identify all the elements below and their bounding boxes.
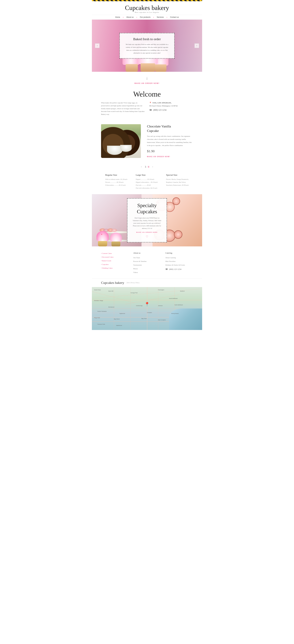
address-line: 901 East E Street, Wilmington, CA 90744 [149,105,178,107]
contact-phone: ☎ (800) 123 1234 [149,109,193,111]
size-large-details: Dipped...................$3.10/each Dipp… [136,178,157,190]
map-label: Torrance Park [97,324,105,325]
custom-cakes-link[interactable]: Custom Cakes [101,252,112,254]
map-label: Brentwood [108,306,114,308]
welcome-title: Welcome [101,90,193,98]
site-title: Cupcakes bakery [92,4,202,11]
sizes-section: Regular Size With or without rosette...$… [92,172,202,194]
product-price: $1.90 [147,149,193,153]
size-large: Large Size Dipped...................$3.1… [136,174,157,190]
welcome-section: Welcome What makes the perfect cupcake? … [92,87,202,124]
cta-section: ↓ MAKE AN ORDER NOW! [92,72,202,87]
nav-contact[interactable]: Contact us [167,16,181,18]
map-water [169,308,202,330]
footer-phone-icon: ☎ [165,268,168,270]
photos-link[interactable]: Photos [133,268,138,270]
nav-products[interactable]: Our products [137,16,153,18]
size-regular-details: With or without rosette...$1.20/each Fla… [105,178,127,186]
map-label: Moody Beach [171,313,179,314]
footer-videos: Videos [133,271,161,274]
process-timeline-link[interactable]: Process & Timeline [133,260,147,262]
cta-button[interactable]: MAKE AN ORDER NOW! [135,82,159,84]
product-showcase: Chocolate VanillaCupcake You can't go wr… [92,124,202,162]
footer-catering-title: Catering [165,252,193,254]
map-label: Canoga Park [131,292,138,294]
map-label: Playa Park [94,317,100,318]
map-label: North Bellfower [174,304,183,306]
map-label: North Bellflower [169,298,178,299]
map-label: Westlake Village [94,300,103,301]
heart-icon: ♡ [132,235,162,238]
pagination: ‹ 1 / 4 › [92,162,202,172]
map-label: Farmington [158,289,164,290]
size-special: Special Size Flavors: Mocha, Orange Drea… [166,174,189,190]
map-label: Johnson [158,305,163,306]
pagination-prev[interactable]: ‹ [141,165,142,168]
hero-section: ‹ › Baked fresh to order We bake our cup… [92,20,202,72]
bottom-logo: Cupcakes bakery [101,281,124,285]
nav-about[interactable]: About us [124,16,136,18]
hero-title: Baked fresh to order [125,37,169,41]
footer-phone: ☎ (800) 123 1234 [165,268,193,270]
map-label: Bay Town [142,318,147,319]
footer-about-title: About us [133,252,161,254]
footer-photos: Photos [133,267,161,270]
nav-services[interactable]: Services [154,16,167,18]
footer-custom-cakes: Custom Cakes [101,252,129,254]
decorated-cakes-link[interactable]: Decorated Cakes [101,256,114,258]
welcome-contact: 📍 USA, LOS ANGELES, 901 East E Street, W… [149,101,193,116]
welcome-content: What makes the perfect cupcake? Free-ran… [101,101,193,116]
address-label: USA, LOS ANGELES, [153,102,172,104]
header: Cupcakes bakery Best cupcakes in Los Ang… [92,1,202,15]
map-label: Central Npp [136,305,143,306]
product-image [101,124,141,158]
baked-goods-link[interactable]: Baked Goods [101,260,111,262]
product-bowl-2 [120,145,132,152]
size-special-details: Flavors: Mocha, Orange Dreamsicle, Raspb… [166,178,189,186]
map-section: Santa Paula East Cliff Canoga Park Farmi… [92,287,202,330]
pagination-next[interactable]: › [152,165,153,168]
map-label: Santa Paula [94,289,101,290]
footer-about-list: Our Team Process & Timeline Testimonials… [133,256,161,274]
pagination-current: 1 [145,166,146,168]
cupcakes-link[interactable]: Cupcakes [101,264,109,265]
hero-prev-button[interactable]: ‹ [95,44,100,48]
size-regular: Regular Size With or without rosette...$… [105,174,127,190]
specialty-textbox: SpecialtyCupcakes Don't forget about you… [127,198,167,242]
footer-phone-number: (800) 123 1234 [169,268,181,270]
footer-section: Custom Cakes Decorated Cakes Baked Goods… [92,246,202,278]
product-order-button[interactable]: MAKE AN ORDER NOW! [147,156,170,158]
mini-novelties-link[interactable]: Mini Novelties [165,260,175,262]
testimonials-link[interactable]: Testimonials [133,264,142,266]
product-info: Chocolate VanillaCupcake You can't go wr… [147,124,193,158]
contact-address: 📍 USA, LOS ANGELES, 901 East E Street, W… [149,101,193,108]
specialty-title: SpecialtyCupcakes [132,202,162,215]
map-road [125,294,179,304]
product-description: You can't go wrong with this classic com… [147,135,193,147]
specialty-order-button[interactable]: MAKE AN ORDER NOW! [132,232,162,233]
map-label: Bay Shore [114,318,120,320]
our-team-link[interactable]: Our Team [133,257,140,258]
hero-textbox: Baked fresh to order We bake our cupcake… [120,33,174,58]
footer-baked-goods: Baked Goods [101,259,129,262]
map-label: Pacific Palisades [97,311,107,312]
product-name: Chocolate VanillaCupcake [147,124,193,133]
wedding-cakes-link[interactable]: Wedding Cakes [101,267,113,269]
warning-stripe [92,0,202,1]
footer-products-list: Custom Cakes Decorated Cakes Baked Goods… [101,252,129,269]
size-large-title: Large Size [136,174,157,176]
nav-home[interactable]: Home [112,16,123,18]
map-label: Hawthorne [116,325,122,326]
about-catering-link[interactable]: About Catering [165,257,176,258]
size-special-title: Special Size [166,174,189,176]
holidays-parties-link[interactable]: Holidays & Parties & Events [165,264,185,266]
size-regular-title: Regular Size [105,174,127,176]
map-label: Compton [147,312,152,313]
privacy-policy-link[interactable]: Privacy Policy [131,282,140,284]
footer-catering-list: About Catering Mini Novelties Holidays &… [165,256,193,266]
bottom-links: 2016 | Privacy Policy [127,282,140,284]
videos-link[interactable]: Videos [133,272,138,273]
map-road [114,287,114,330]
pagination-separator: / [147,166,148,168]
hero-next-button[interactable]: › [194,44,199,48]
